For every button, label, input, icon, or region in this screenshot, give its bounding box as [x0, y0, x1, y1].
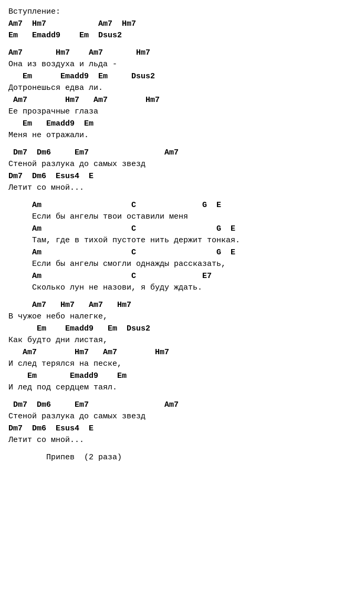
lyric-line: Летит со мной... [8, 435, 356, 447]
chord-line: Am C G E [8, 223, 356, 235]
lyric-line: Как будто дни листая, [8, 335, 356, 347]
chord-line: Dm7 Dm6 Em7 Am7 [8, 147, 356, 159]
lyric-line: Если бы ангелы смогли однажды рассказать… [8, 259, 356, 271]
chord-line: Am7 Hm7 Am7 Hm7 [8, 300, 356, 312]
chord-line: Em Emadd9 Em Dsus2 [8, 323, 356, 335]
chord-line: Em Emadd9 Em [8, 118, 356, 130]
chord-line: Dm7 Dm6 Esus4 E [8, 171, 356, 183]
chord-line: Am C E7 [8, 271, 356, 283]
chord-line: Dm7 Dm6 Esus4 E [8, 423, 356, 435]
chord-line: Am C G E [8, 200, 356, 212]
chord-line: Am7 Hm7 Am7 Hm7 [8, 18, 356, 30]
lyric-line: Сколько лун не назови, я буду ждать. [8, 282, 356, 294]
empty-line [8, 42, 356, 47]
lyric-line: Летит со мной... [8, 182, 356, 194]
chord-line: Dm7 Dm6 Em7 Am7 [8, 399, 356, 411]
song-content: Вступление:Am7 Hm7 Am7 Hm7Em Emadd9 Em D… [8, 6, 356, 464]
empty-line [8, 394, 356, 399]
empty-line [8, 294, 356, 300]
chord-line: Am7 Hm7 Am7 Hm7 [8, 95, 356, 107]
empty-line [8, 142, 356, 147]
chord-line: Am7 Hm7 Am7 Hm7 [8, 47, 356, 59]
empty-line [8, 447, 356, 452]
lyric-line: Ее прозрачные глаза [8, 106, 356, 118]
lyric-line: Стеной разлука до самых звезд [8, 411, 356, 423]
lyric-line: Стеной разлука до самых звезд [8, 159, 356, 171]
lyric-line: Если бы ангелы твои оставили меня [8, 211, 356, 223]
lyric-line: Меня не отражали. [8, 130, 356, 142]
chord-line: Em Emadd9 Em Dsus2 [8, 30, 356, 42]
lyric-line: Там, где в тихой пустоте нить держит тон… [8, 235, 356, 247]
lyric-line: И след терялся на песке, [8, 358, 356, 370]
chord-line: Am C G E [8, 247, 356, 259]
lyric-line: Припев (2 раза) [8, 452, 356, 464]
lyric-line: Дотронешься едва ли. [8, 83, 356, 95]
lyric-line: В чужое небо налегке, [8, 311, 356, 323]
chord-line: Em Emadd9 Em [8, 370, 356, 383]
chord-line: Em Emadd9 Em Dsus2 [8, 71, 356, 83]
lyric-line: Она из воздуха и льда - [8, 59, 356, 71]
lyric-line: И лед под сердцем таял. [8, 382, 356, 394]
lyric-line: Вступление: [8, 6, 356, 18]
chord-line: Am7 Hm7 Am7 Hm7 [8, 347, 356, 359]
empty-line [8, 194, 356, 200]
